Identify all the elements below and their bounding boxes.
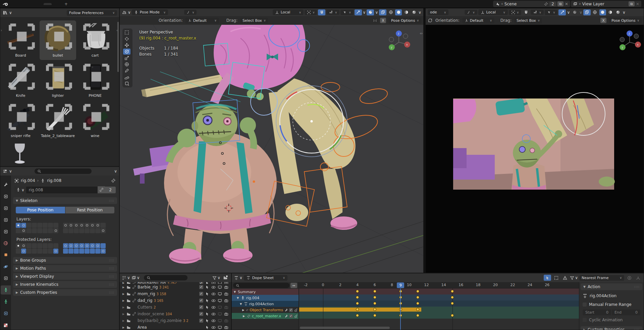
hide-eye-icon[interactable] (211, 292, 216, 296)
viewport-menu-item[interactable] (454, 12, 459, 13)
panel-grip-icon[interactable]: :::: (109, 291, 114, 294)
channel-name[interactable]: Summary (238, 290, 256, 294)
hide-eye-icon[interactable] (211, 282, 216, 284)
collapsed-panel-header[interactable]: ▶ Custom Properties :::: (13, 289, 117, 296)
layer-toggle[interactable] (85, 243, 90, 248)
render-disable-icon[interactable] (224, 292, 228, 296)
snap-toggle[interactable] (522, 9, 530, 15)
view-layer-remove-button[interactable]: ✕ (636, 2, 639, 6)
asset-browser-menu-item[interactable] (13, 12, 18, 13)
selectable-icon[interactable] (205, 312, 209, 316)
only-selected-toggle[interactable] (544, 275, 551, 281)
proportional-edit-toggle[interactable] (626, 275, 633, 281)
layer-toggle[interactable] (95, 228, 100, 233)
layer-toggle[interactable] (101, 228, 106, 233)
collection-checkbox[interactable]: ✓ (199, 305, 203, 309)
expand-icon[interactable]: ▶ (122, 319, 125, 322)
layer-toggle[interactable] (90, 249, 95, 254)
show-hidden-toggle[interactable] (552, 275, 560, 281)
snap-toggle[interactable] (318, 9, 325, 15)
custom-properties-panel-header[interactable]: ▶ Custom Properties :::: (581, 326, 642, 330)
expand-icon[interactable]: ▶ (122, 326, 125, 329)
modifiers-icon[interactable] (284, 314, 288, 318)
properties-tab-physics-icon[interactable] (1, 262, 11, 271)
outliner-item-name[interactable]: Area (138, 325, 147, 330)
pin-icon[interactable] (246, 308, 248, 312)
channel-row[interactable]: ▶ Object Transforms ✓ (232, 307, 299, 313)
render-disable-icon[interactable] (224, 285, 228, 289)
channel-row[interactable]: ▼ Summary ✓ (232, 289, 299, 295)
shading-wireframe-button[interactable] (387, 9, 394, 15)
workspace-tab[interactable] (44, 3, 52, 5)
layer-toggle[interactable] (63, 249, 68, 254)
layer-toggle[interactable] (74, 243, 79, 248)
keyframe[interactable] (451, 296, 454, 299)
shading-rendered-button[interactable] (615, 9, 622, 15)
viewport-disable-icon[interactable] (218, 312, 222, 316)
outliner-item-name[interactable]: boy(barbi)_rig (138, 282, 166, 284)
viewport-disable-icon[interactable] (218, 325, 222, 330)
collapsed-panel-header[interactable]: ▶ Motion Paths :::: (13, 265, 117, 272)
selectable-icon[interactable] (205, 305, 209, 309)
outliner-row[interactable]: ▶ dad_rig 3 165 ✓ (120, 297, 231, 304)
shading-rendered-button[interactable] (411, 9, 417, 15)
outliner-row[interactable]: ▶ indoor_scene 104 ✓ (120, 311, 231, 317)
selectable-icon[interactable] (205, 282, 209, 284)
asset-item[interactable]: PHONE (77, 61, 113, 100)
keyframe-row[interactable] (299, 288, 579, 294)
link-icon[interactable] (98, 186, 105, 193)
render-disable-icon[interactable] (224, 319, 228, 323)
outliner-item-name[interactable]: mom_rig (138, 291, 155, 296)
properties-search-input[interactable] (35, 169, 92, 174)
viewport-disable-icon[interactable] (218, 299, 222, 303)
view-layer-copy-button[interactable]: ⧉ (629, 1, 635, 6)
channel-expand-icon[interactable]: ▼ (233, 290, 236, 293)
layer-toggle[interactable] (101, 249, 106, 254)
pin-icon[interactable] (247, 314, 251, 318)
channel-name[interactable]: rig.004Action (249, 302, 274, 306)
properties-tab-constraints-icon[interactable] (1, 274, 11, 283)
pose-options-dropdown[interactable]: Pose Options∨ (609, 18, 642, 23)
transform-orientation-dropdown[interactable]: Local∨ (478, 9, 508, 15)
pose-blend-dropdown[interactable]: ∨ (184, 10, 197, 15)
layer-toggle[interactable] (79, 243, 84, 248)
panel-grip-icon[interactable]: :::: (634, 328, 640, 330)
asset-item[interactable]: Board (2, 20, 39, 60)
mode-dropdown[interactable]: ode∨ (428, 9, 448, 15)
outliner-item-name[interactable]: indoor_scene (138, 312, 164, 316)
layer-toggle[interactable] (37, 243, 42, 248)
mirror-x-toggle[interactable]: X (600, 18, 606, 23)
hide-eye-icon[interactable] (211, 305, 216, 310)
region-expand-left-icon[interactable]: › (1, 28, 2, 32)
viewport-scene[interactable]: z x y (120, 25, 424, 273)
layer-toggle[interactable] (53, 243, 58, 248)
layer-toggle[interactable] (21, 243, 26, 248)
viewport-disable-icon[interactable] (218, 282, 222, 284)
selectable-icon[interactable] (205, 292, 209, 296)
playhead[interactable] (400, 288, 401, 330)
pivot-point-dropdown[interactable]: ∨ (509, 10, 522, 15)
dope-sheet-menu-item[interactable] (293, 277, 298, 278)
asset-item[interactable]: Table_2_tableware (40, 101, 76, 140)
outliner-display-mode-dropdown[interactable]: ∨ (122, 275, 130, 280)
drag-mode-dropdown[interactable]: Select Box∨ (240, 18, 268, 23)
properties-tab-object-data-icon[interactable] (1, 285, 11, 294)
dope-sheet-menu-item[interactable] (303, 277, 308, 278)
transform-orientation-dropdown[interactable]: Local∨ (273, 9, 304, 15)
rest-position-button[interactable]: Rest Position (65, 207, 115, 213)
frame-ruler[interactable]: -202468101214161820222426 (299, 282, 579, 288)
pose-position-button[interactable]: Pose Position (16, 207, 65, 213)
properties-tab-view-layer-icon[interactable] (1, 215, 11, 224)
tool-extra[interactable] (123, 80, 130, 86)
lock-open-icon[interactable] (294, 308, 298, 312)
shading-wireframe-button[interactable] (592, 9, 598, 15)
layer-toggle[interactable] (37, 228, 42, 233)
only-errors-toggle[interactable] (561, 275, 569, 281)
asset-browser-editor-icon[interactable] (2, 10, 8, 15)
viewport-editor-icon[interactable] (122, 10, 127, 14)
panel-grip-icon[interactable]: :::: (109, 275, 114, 278)
channel-name[interactable]: c_root_master.x (252, 314, 281, 318)
outliner-filter-dropdown[interactable]: ∨ (212, 275, 220, 280)
layer-toggle[interactable] (63, 223, 68, 228)
collection-checkbox[interactable]: ✓ (199, 292, 203, 296)
